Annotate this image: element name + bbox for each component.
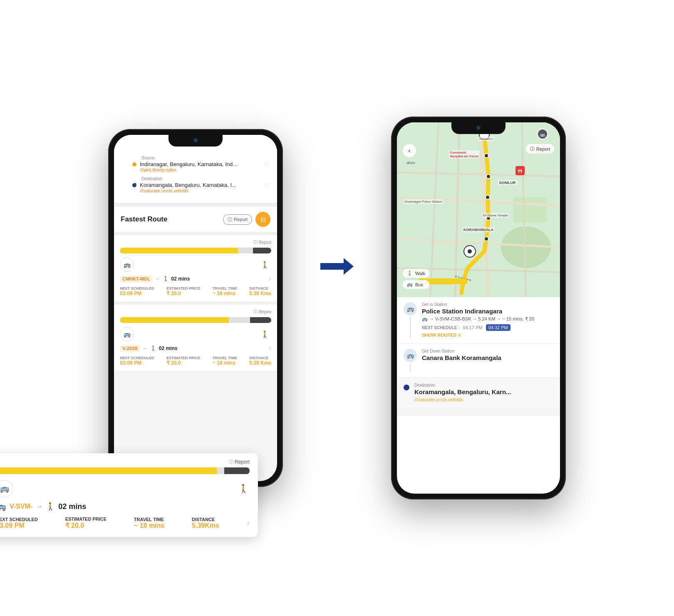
progress-yellow-0 — [120, 248, 238, 253]
floating-stat-value-d: 5.39Kms — [192, 522, 219, 529]
mins-badge-1: 02 mins — [159, 345, 178, 351]
schedule-time1-0: 04:17 PM — [463, 325, 483, 330]
legend-bus: 🚌 Bus — [403, 280, 429, 289]
destination-w3w[interactable]: ///saturate.uncle.unfolds — [140, 188, 260, 193]
source-text: Indiranagar, Bengaluru, Karnataka, Ind..… — [140, 161, 260, 172]
left-phone-notch — [168, 135, 223, 147]
chevron-right-1[interactable]: › — [269, 344, 271, 353]
floating-stat-value-tt: ~ 18 mins — [134, 522, 164, 529]
map-report-button[interactable]: ⓘ Report — [526, 144, 554, 154]
floating-progress-inner — [0, 467, 250, 474]
floating-route-row: 🚌 V-SVM- → 🚶 02 mins — [0, 502, 250, 512]
progress-dark-1 — [250, 317, 271, 323]
legend-bus-icon: 🚌 — [407, 282, 413, 287]
map-back-button[interactable]: ‹ — [403, 144, 416, 157]
floating-report-small[interactable]: ⓘ Report — [229, 459, 250, 465]
stat-label-ns-1: NEXT SCHEDULED — [120, 356, 154, 360]
progress-gap-0 — [238, 248, 253, 253]
route-card-0[interactable]: ⓘ Report 🚌 🚶 — [114, 235, 277, 301]
svg-point-13 — [486, 174, 491, 179]
route-card-report-0: ⓘ Report — [120, 239, 271, 245]
floating-stat-label-ep: ESTIMATED PRICE — [65, 517, 107, 522]
destination-row: Destination Koramangala, Bengaluru, Karn… — [132, 176, 270, 193]
report-small-0[interactable]: ⓘ Report — [253, 239, 271, 245]
stat-label-ep-0: ESTIMATED PRICE — [166, 286, 200, 291]
step-icon-col-dest — [404, 383, 409, 402]
walk-label-1: 🚶 — [150, 345, 156, 351]
progress-dark-0 — [253, 248, 271, 253]
walk-icon-circle-1: 🚶 — [259, 328, 271, 340]
fastest-route-header: Fastest Route ⓘ Report ⊟ — [114, 207, 277, 232]
progress-gap-1 — [229, 317, 250, 323]
report-small-1[interactable]: ⓘ Report — [253, 309, 271, 315]
map-label-domlur: DOMLUR — [498, 180, 517, 185]
stat-label-ep-1: ESTIMATED PRICE — [166, 356, 200, 360]
floating-stat-value-ns: 03.09 PM — [0, 522, 38, 529]
schedule-row-0: NEXT SCHEDULE : 04:17 PM 04:32 PM — [422, 324, 553, 331]
right-screen-content: H H 🚌 — [397, 122, 560, 416]
step-route-info-0: 🚌 → V-SVM-CSB-BSK → 5.24 KM → ~ 15 mins,… — [422, 316, 553, 322]
step-sublabel-1: Get Down Station — [422, 349, 553, 353]
report-button-header[interactable]: ⓘ Report — [223, 214, 252, 225]
floating-route-arrow: → — [36, 503, 42, 510]
map-report-label: Report — [536, 147, 550, 152]
step-get-in: 🚌 Get in Station Police Station Indirana… — [397, 297, 560, 343]
bus-tag-1: V-201R — [120, 345, 140, 352]
left-screen-content: ‹ Source Indiranagar, Bengaluru, Karnata… — [114, 135, 277, 371]
filter-button[interactable]: ⊟ — [255, 212, 270, 227]
route-card-1[interactable]: ⓘ Report 🚌 🚶 — [114, 305, 277, 371]
floating-stats: NEXT SCHEDULED 03.09 PM ESTIMATED PRICE … — [0, 517, 250, 529]
stat-estimated-price-1: ESTIMATED PRICE ₹ 20.0 — [166, 356, 200, 366]
route-stats-1: NEXT SCHEDULED 03:09 PM ESTIMATED PRICE … — [120, 356, 271, 366]
floating-stat-value-ep: ₹ 20.0 — [65, 522, 107, 529]
source-row: Source Indiranagar, Bengaluru, Karnataka… — [132, 156, 270, 172]
source-field: Indiranagar, Bengaluru, Karnataka, Ind..… — [132, 161, 270, 172]
route-detail-panel: 🚌 Get in Station Police Station Indirana… — [397, 297, 560, 416]
header-right: ⓘ Report ⊟ — [223, 212, 270, 227]
floating-route-label: V-SVM- — [10, 503, 32, 510]
transport-icons-row-1: 🚌 🚶 — [120, 327, 271, 341]
back-button[interactable]: ‹ — [134, 179, 137, 189]
step-icon-0: 🚌 — [404, 302, 417, 315]
floating-stat-ep: ESTIMATED PRICE ₹ 20.0 — [65, 517, 107, 529]
step-sublabel-0: Get in Station — [422, 302, 553, 307]
chevron-right-0[interactable]: › — [269, 274, 271, 283]
report-small-icon-1: ⓘ — [253, 309, 258, 315]
step-content-0: Get in Station Police Station Indiranaga… — [422, 302, 553, 338]
progress-bar-0 — [120, 248, 271, 253]
floating-report-label: Report — [235, 459, 250, 465]
floating-chevron[interactable]: › — [247, 518, 250, 529]
legend-walk-label: Walk — [415, 271, 425, 276]
step-title-0: Police Station Indiranagara — [422, 308, 553, 315]
legend-bus-label: Bus — [415, 282, 423, 287]
transport-icons-row-0: 🚌 🚶 — [120, 258, 271, 272]
step-title-1: Canara Bank Koramangala — [422, 354, 553, 361]
show-routes-btn-0[interactable]: SHOW ROUTES ∨ — [422, 333, 553, 338]
floating-stat-label-d: DISTANCE — [192, 517, 219, 522]
dest-dot — [404, 385, 409, 390]
stat-label-ns-0: NEXT SCHEDULED — [120, 286, 154, 291]
page-wrapper: ‹ Source Indiranagar, Bengaluru, Karnata… — [0, 92, 674, 524]
stat-value-ns-1: 03:09 PM — [120, 360, 154, 366]
source-w3w[interactable]: ///pint.liberty.nylon — [140, 167, 260, 172]
floating-bus-emoji: 🚌 — [0, 502, 6, 512]
destination-heart-icon[interactable]: ♡ — [264, 182, 270, 190]
stat-value-d-0: 5.39 Kms — [249, 291, 271, 296]
step-content-dest: Destination Koramangala, Bengaluru, Karn… — [414, 383, 553, 402]
dest-w3w[interactable]: ///saturate.uncle.unfolds — [414, 397, 553, 402]
step-icon-col-1: 🚌 — [404, 349, 417, 372]
svg-text:H: H — [518, 168, 522, 174]
floating-walk-icon: 🚶 — [237, 482, 250, 495]
step-icon-1: 🚌 — [404, 349, 417, 362]
map-section: H H 🚌 — [397, 122, 560, 297]
source-heart-icon[interactable]: ♡ — [264, 161, 270, 169]
map-label-aluru: aluru — [407, 161, 415, 165]
stat-value-ep-0: ₹ 20.0 — [166, 291, 200, 296]
stat-value-ns-0: 03:09 PM — [120, 291, 154, 296]
walk-icon-circle-0: 🚶 — [259, 258, 271, 271]
route-info-row-1: V-201R → 🚶 02 mins › — [120, 344, 271, 353]
svg-rect-2 — [513, 197, 547, 222]
step-get-down: 🚌 Get Down Station Canara Bank Koramanga… — [397, 344, 560, 377]
right-phone-screen: H H 🚌 — [397, 122, 560, 494]
floating-bus-icon: 🚌 — [0, 480, 13, 497]
